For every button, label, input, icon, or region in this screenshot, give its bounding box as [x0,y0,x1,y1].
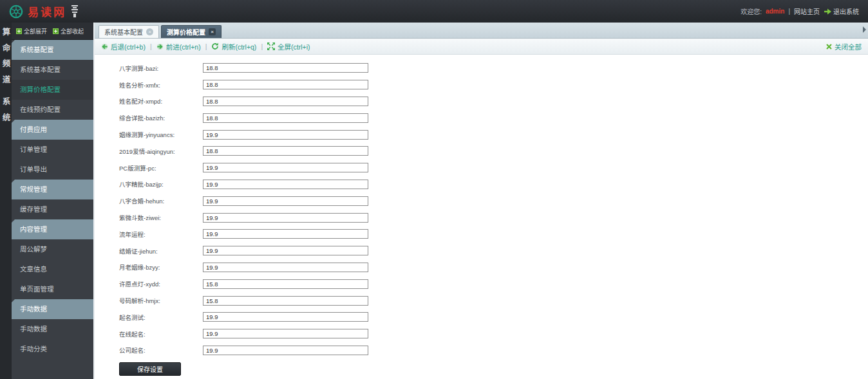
field-label: 结婚证-jiehun: [119,246,203,255]
welcome-text: 欢迎您: [741,6,762,16]
topbar-user-area: 欢迎您: admin | 网站主页 退出系统 [741,6,859,16]
price-input-11[interactable] [203,246,368,255]
refresh-button[interactable]: 刷新(ctrl+q) [211,42,256,51]
brand-name: 易读网 [28,3,66,19]
sidebar-item-5[interactable]: 订单管理 [12,140,93,160]
price-input-14[interactable] [203,296,368,306]
field-label: 综合详批-bazizh: [119,113,203,122]
price-input-8[interactable] [203,196,368,206]
fullscreen-button[interactable]: 全屏(ctrl+i) [267,42,310,51]
field-label: 2019爱情-aiqingyun: [119,147,203,156]
channel-strip-line2: 系统 [0,97,12,129]
form-row-4: 姻缘测算-yinyuancs: [119,126,868,143]
form-row-11: 结婚证-jiehun: [119,243,868,259]
back-button[interactable]: 后退(ctrl+b) [101,42,146,51]
sidebar: 全部展开 全部收起 系统基配置系统基本配置测算价格配置在线预约配置付费应用订单管… [12,23,93,379]
brand[interactable]: 易读网 [9,3,79,19]
sidebar-item-3[interactable]: 在线预约配置 [12,100,93,120]
form-row-9: 紫微斗数-ziwei: [119,209,868,226]
close-all-button[interactable]: 关闭全部 [826,42,862,51]
sidebar-item-12[interactable]: 单页面管理 [12,279,93,299]
separator: | [788,8,790,15]
field-label: 号码解析-hmjx: [119,296,203,305]
fullscreen-icon [267,42,275,50]
tab-close-icon[interactable]: × [146,28,153,35]
field-label: 流年运程: [119,230,203,239]
close-all-label: 关闭全部 [835,42,862,51]
sidebar-item-10[interactable]: 周公解梦 [12,239,93,259]
tab-label: 系统基本配置 [104,27,143,37]
home-link[interactable]: 网站主页 [794,6,820,16]
price-input-13[interactable] [203,279,368,289]
price-input-6[interactable] [203,163,368,172]
price-input-2[interactable] [203,97,368,106]
separator: | [261,42,263,50]
sidebar-item-13[interactable]: 手动数据 [12,299,93,319]
field-label: 许愿点灯-xydd: [119,279,203,288]
tab-0[interactable]: 系统基本配置× [99,25,159,38]
sidebar-item-14[interactable]: 手动数据 [12,319,93,339]
sidebar-item-6[interactable]: 订单导出 [12,160,93,180]
field-label: 起名测试: [119,313,203,322]
price-input-4[interactable] [203,130,368,140]
back-arrow-icon [101,43,108,50]
sidebar-item-9[interactable]: 内容管理 [12,219,93,239]
price-input-3[interactable] [203,113,368,123]
expand-all-icon [16,28,22,34]
form-row-13: 许愿点灯-xydd: [119,275,868,292]
separator: | [150,42,152,50]
form-row-17: 公司起名: [119,342,868,359]
price-input-17[interactable] [203,346,368,355]
collapse-all-icon [53,28,59,34]
channel-strip-line1: 算命频道 [0,28,12,91]
price-input-5[interactable] [203,146,368,156]
collapse-all-button[interactable]: 全部收起 [53,27,84,35]
sidebar-item-4[interactable]: 付费应用 [12,120,93,140]
sidebar-item-15[interactable]: 手动分类 [12,339,93,359]
workarea: 系统基本配置×测算价格配置× 后退(ctrl+b) | [93,23,868,379]
fullscreen-label: 全屏(ctrl+i) [278,42,310,51]
save-settings-button[interactable]: 保存设置 [119,362,181,376]
form-row-14: 号码解析-hmjx: [119,292,868,309]
field-label: 八字精批-bazijp: [119,180,203,189]
tab-label: 测算价格配置 [167,27,205,37]
price-input-9[interactable] [203,213,368,223]
sidebar-item-11[interactable]: 文章信息 [12,259,93,279]
price-input-16[interactable] [203,329,368,338]
sidebar-item-8[interactable]: 缓存管理 [12,199,93,219]
form-row-10: 流年运程: [119,226,868,243]
sidebar-item-2[interactable]: 测算价格配置 [12,80,93,100]
price-input-1[interactable] [203,80,368,89]
tab-close-icon[interactable]: × [209,28,216,35]
tab-scroll-arrow[interactable] [863,26,866,33]
price-form: 八字测算-bazi:姓名分析-xmfx:姓名配对-xmpd:综合详批-baziz… [119,60,868,358]
seal-stamp-icon [71,5,79,19]
form-row-12: 月老姻缘-bzyy: [119,259,868,276]
close-all-x-icon [826,44,832,50]
price-input-15[interactable] [203,312,368,322]
field-label: 八字合婚-hehun: [119,196,203,205]
tab-1[interactable]: 测算价格配置× [161,25,222,38]
sidebar-item-7[interactable]: 常规管理 [12,180,93,199]
logout-arrow-icon [824,8,831,15]
price-input-0[interactable] [203,63,368,73]
form-row-2: 姓名配对-xmpd: [119,93,868,110]
back-label: 后退(ctrl+b) [111,42,146,51]
channel-strip: 算命频道 系统 [0,23,12,379]
forward-button[interactable]: 前进(ctrl+n) [156,42,201,51]
logout-link[interactable]: 退出系统 [824,6,859,16]
price-input-7[interactable] [203,180,368,189]
tabs-container: 系统基本配置×测算价格配置× [99,25,223,38]
form-row-6: PC版测算-pc: [119,160,868,176]
expand-all-button[interactable]: 全部展开 [16,27,47,35]
form-row-5: 2019爱情-aiqingyun: [119,143,868,160]
field-label: PC版测算-pc: [119,163,203,172]
price-input-12[interactable] [203,263,368,272]
sidebar-item-1[interactable]: 系统基本配置 [12,60,93,80]
sidebar-item-0[interactable]: 系统基配置 [12,40,93,60]
separator: | [205,42,207,50]
field-label: 姓名配对-xmpd: [119,97,203,106]
price-input-10[interactable] [203,229,368,239]
content-panel: 八字测算-bazi:姓名分析-xmfx:姓名配对-xmpd:综合详批-baziz… [95,55,868,379]
app-window: 易读网 欢迎您: admin | 网站主页 退出 [0,0,868,379]
